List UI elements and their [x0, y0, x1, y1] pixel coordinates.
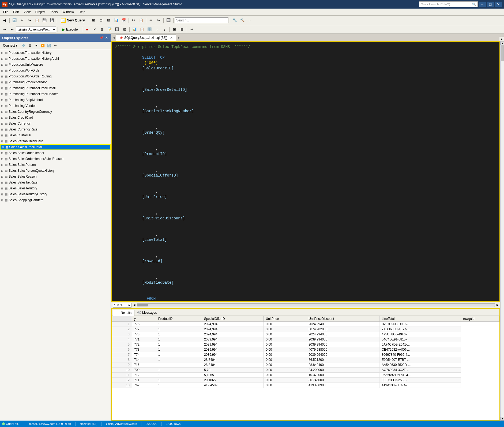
menu-file[interactable]: File: [1, 10, 10, 14]
tree-item-4[interactable]: ⊞ ▦ Production.WorkOrderRouting: [0, 73, 111, 79]
menu-project[interactable]: Project: [33, 10, 47, 14]
toolbar-btn-10[interactable]: 🔧: [231, 17, 238, 24]
search-box[interactable]: [175, 17, 228, 23]
close-button[interactable]: ✕: [495, 2, 502, 7]
toolbar-btn-11[interactable]: 🔨: [239, 17, 246, 24]
stop-button[interactable]: ■: [84, 26, 91, 33]
tab-close-button[interactable]: ✕: [170, 36, 173, 40]
tree-item-20[interactable]: ⊞ ▦ Sales.SalesPersonQuotaHistory: [0, 168, 111, 174]
toolbar-btn-6[interactable]: ⊟: [105, 17, 112, 24]
toolbar-btn-4[interactable]: ⊞: [90, 17, 97, 24]
oe-sync-btn[interactable]: 🔄: [46, 43, 52, 48]
menu-edit[interactable]: Edit: [11, 10, 21, 14]
vscroll-track[interactable]: [501, 45, 504, 417]
parse-button[interactable]: ✓: [91, 26, 98, 33]
toolbar-btn-save1[interactable]: 💾: [41, 17, 48, 24]
database-selector[interactable]: zinzin_AdventureWo...: [16, 27, 56, 32]
oe-close-button[interactable]: ✕: [104, 36, 108, 40]
toolbar-btn-1[interactable]: 🔄: [11, 17, 18, 24]
execute-button[interactable]: ▶ Execute: [59, 26, 81, 33]
tree-item-12[interactable]: ⊞ ▦ Sales.Currency: [0, 121, 111, 126]
editor-scroll-up[interactable]: ▲: [499, 37, 504, 41]
sql-editor[interactable]: /****** Script for SelectTopNRows comman…: [111, 41, 500, 302]
maximize-button[interactable]: □: [487, 2, 494, 7]
toolbar-q3[interactable]: 🔢: [146, 26, 153, 33]
toolbar-btn-cut[interactable]: ✂: [130, 17, 137, 24]
tree-item-2[interactable]: ⊞ ▦ Production.UnitMeasure: [0, 62, 111, 68]
toolbar-btn-8[interactable]: 📅: [120, 17, 127, 24]
toolbar-btn-right[interactable]: ›: [246, 17, 253, 24]
toolbar-btn-redo[interactable]: ↪: [155, 17, 162, 24]
oe-expand-btn[interactable]: ⋯: [53, 43, 59, 48]
tree-item-21[interactable]: ⊞ ▦ Sales.SalesReason: [0, 174, 111, 179]
tree-item-24[interactable]: ⊞ ▦ Sales.SalesTerritoryHistory: [0, 191, 111, 197]
toolbar-q7[interactable]: ⊟: [178, 26, 185, 33]
tree-item-14[interactable]: ⊞ ▦ Sales.Customer: [0, 132, 111, 138]
toolbar-outdent[interactable]: ⇤: [9, 26, 16, 33]
oe-refresh-btn[interactable]: 🔗: [21, 43, 27, 48]
toolbar-q8[interactable]: ↩: [188, 26, 195, 33]
toolbar-btn-2[interactable]: ↩: [18, 17, 25, 24]
toolbar-q6[interactable]: ⊞: [171, 26, 178, 33]
tree-item-23[interactable]: ⊞ ▦ Sales.SalesTerritory: [0, 185, 111, 191]
tree-item-17[interactable]: ⊞ ▦ Sales.SalesOrderHeader: [0, 150, 111, 156]
scroll-right-btn[interactable]: ▶: [497, 303, 499, 307]
toolbar-btn-3[interactable]: ↪: [26, 17, 33, 24]
horizontal-scrollbar[interactable]: [137, 303, 495, 307]
tab-scroll-left[interactable]: ◀: [112, 34, 116, 41]
tree-item-10[interactable]: ⊞ ▦ Sales.CountryRegionCurrency: [0, 109, 111, 115]
toolbar-btn-5[interactable]: ⊡: [98, 17, 105, 24]
tab-scroll-right[interactable]: ▶: [177, 34, 181, 41]
toolbar-qb4[interactable]: ⊡: [121, 26, 128, 33]
tree-item-7[interactable]: ⊞ ▦ Purchasing.PurchaseOrderHeader: [0, 91, 111, 97]
menu-help[interactable]: Help: [77, 10, 88, 14]
toolbar-qb3[interactable]: 🔲: [114, 26, 121, 33]
vscroll-up-button[interactable]: ▲: [501, 41, 504, 45]
tree-item-19[interactable]: ⊞ ▦ Sales.SalesPerson: [0, 162, 111, 168]
vertical-scrollbar[interactable]: ▲ ▼: [500, 41, 504, 421]
connect-button[interactable]: Connect▼: [1, 43, 20, 48]
query-tab[interactable]: 📌 SQLQuery8.sql...inzinsql (62)) ✕: [116, 34, 176, 41]
toolbar-q2[interactable]: 📋: [138, 26, 145, 33]
tree-item-0[interactable]: ⊞ ▦ Production.TransactionHistory: [0, 50, 111, 56]
toolbar-btn-db[interactable]: 📋: [33, 17, 40, 24]
tree-item-5[interactable]: ⊞ ▦ Purchasing.ProductVendor: [0, 79, 111, 85]
minimize-button[interactable]: –: [479, 2, 486, 7]
vscroll-down-button[interactable]: ▼: [501, 417, 504, 421]
menu-view[interactable]: View: [21, 10, 33, 14]
scroll-left-btn[interactable]: ◀: [133, 303, 135, 307]
tree-item-8[interactable]: ⊞ ▦ Purchasing.ShipMethod: [0, 97, 111, 103]
oe-disconnect-btn[interactable]: ⊟: [27, 43, 33, 48]
tree-item-1[interactable]: ⊞ ▦ Production.TransactionHistoryArchi: [0, 56, 111, 62]
toolbar-indent[interactable]: ⇥: [1, 26, 8, 33]
tree-item-22[interactable]: ⊞ ▦ Sales.SalesTaxRate: [0, 179, 111, 185]
toolbar-qb2[interactable]: 📝: [106, 26, 113, 33]
menu-tools[interactable]: Tools: [48, 10, 60, 14]
messages-tab[interactable]: 💬 Messages: [134, 310, 160, 316]
new-query-button[interactable]: 📄 New Query: [58, 17, 87, 24]
results-tab[interactable]: ⊞ Results: [113, 310, 134, 316]
results-table-container[interactable]: y ProductID SpecialOfferID UnitPrice Uni…: [112, 316, 499, 420]
oe-pin-button[interactable]: 📌: [99, 36, 104, 40]
tree-item-selected[interactable]: ⊞ ▦ Sales.SalesOrderDetail: [0, 144, 111, 150]
toolbar-btn-9[interactable]: 🔲: [165, 17, 172, 24]
tree-item-9[interactable]: ⊞ ▦ Purchasing.Vendor: [0, 103, 111, 109]
oe-filter-btn[interactable]: 🔽: [40, 43, 46, 48]
toolbar-q1[interactable]: 📊: [131, 26, 138, 33]
toolbar-q4[interactable]: ↕: [153, 26, 160, 33]
tree-item-13[interactable]: ⊞ ▦ Sales.CurrencyRate: [0, 126, 111, 132]
oe-stop-btn[interactable]: ■: [33, 43, 39, 48]
zoom-selector[interactable]: 100 %: [113, 303, 131, 308]
tree-item-6[interactable]: ⊞ ▦ Purchasing.PurchaseOrderDetail: [0, 85, 111, 91]
quick-launch-box[interactable]: Quick Launch (Ctrl+Q) 🔍: [419, 1, 478, 7]
toolbar-qb1[interactable]: ⊞: [99, 26, 106, 33]
tree-item-18[interactable]: ⊞ ▦ Sales.SalesOrderHeaderSalesReason: [0, 156, 111, 162]
tree-item-3[interactable]: ⊞ ▦ Production.WorkOrder: [0, 68, 111, 73]
toolbar-btn-7[interactable]: 📊: [113, 17, 120, 24]
back-button[interactable]: ◀: [1, 17, 8, 24]
toolbar-btn-undo[interactable]: ↩: [148, 17, 155, 24]
toolbar-btn-copy[interactable]: 📋: [138, 17, 145, 24]
toolbar-btn-save2[interactable]: 💾: [48, 17, 55, 24]
tree-item-25[interactable]: ⊞ ▦ Sales.ShoppingCartItem: [0, 197, 111, 203]
tree-item-15[interactable]: ⊞ ▦ Sales.PersonCreditCard: [0, 138, 111, 144]
